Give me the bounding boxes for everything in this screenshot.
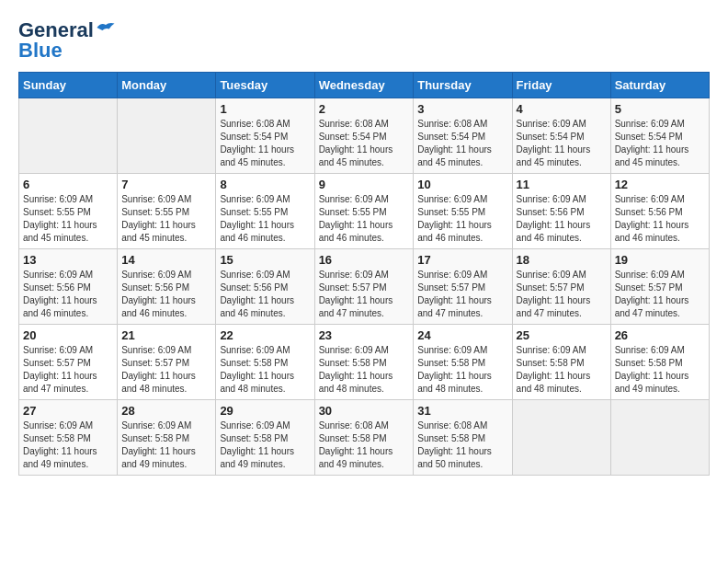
day-info-text: Daylight: 11 hours and 46 minutes. bbox=[417, 219, 507, 245]
day-number: 14 bbox=[121, 253, 211, 267]
day-info-text: Daylight: 11 hours and 47 minutes. bbox=[417, 294, 507, 320]
calendar-week-row: 6Sunrise: 6:09 AMSunset: 5:55 PMDaylight… bbox=[19, 174, 710, 249]
day-number: 3 bbox=[417, 102, 507, 116]
day-info-text: Sunrise: 6:09 AM bbox=[23, 269, 113, 282]
day-info-text: Daylight: 11 hours and 45 minutes. bbox=[121, 219, 211, 245]
day-info-text: Daylight: 11 hours and 49 minutes. bbox=[220, 445, 310, 471]
day-info-text: Daylight: 11 hours and 49 minutes. bbox=[319, 445, 410, 471]
day-number: 19 bbox=[615, 253, 705, 267]
day-number: 15 bbox=[220, 253, 310, 267]
day-number: 25 bbox=[517, 328, 607, 342]
calendar-cell: 18Sunrise: 6:09 AMSunset: 5:57 PMDayligh… bbox=[512, 249, 610, 325]
day-info-text: Daylight: 11 hours and 46 minutes. bbox=[220, 219, 310, 245]
calendar-cell: 21Sunrise: 6:09 AMSunset: 5:57 PMDayligh… bbox=[118, 325, 216, 400]
day-info-text: Sunrise: 6:09 AM bbox=[319, 193, 410, 206]
day-info-text: Sunrise: 6:09 AM bbox=[517, 193, 607, 206]
day-info-text: Daylight: 11 hours and 46 minutes. bbox=[220, 294, 310, 320]
day-info-text: Sunset: 5:56 PM bbox=[121, 282, 211, 294]
calendar-cell: 13Sunrise: 6:09 AMSunset: 5:56 PMDayligh… bbox=[19, 249, 118, 325]
calendar-cell bbox=[610, 400, 709, 476]
weekday-header-sunday: Sunday bbox=[19, 73, 118, 98]
day-info-text: Daylight: 11 hours and 46 minutes. bbox=[517, 219, 607, 245]
day-info-text: Sunrise: 6:09 AM bbox=[121, 269, 211, 282]
day-info-text: Sunset: 5:54 PM bbox=[220, 131, 310, 144]
day-info-text: Sunset: 5:57 PM bbox=[319, 282, 410, 294]
day-number: 4 bbox=[517, 102, 607, 116]
day-number: 8 bbox=[220, 178, 310, 191]
weekday-header-tuesday: Tuesday bbox=[216, 73, 314, 98]
day-info-text: Sunset: 5:55 PM bbox=[319, 206, 410, 219]
day-info-text: Sunrise: 6:08 AM bbox=[417, 419, 507, 432]
day-info-text: Sunset: 5:58 PM bbox=[220, 432, 310, 445]
day-info-text: Sunrise: 6:09 AM bbox=[517, 344, 607, 357]
day-info-text: Sunrise: 6:09 AM bbox=[220, 419, 310, 432]
day-info-text: Daylight: 11 hours and 45 minutes. bbox=[417, 144, 507, 169]
day-info-text: Daylight: 11 hours and 47 minutes. bbox=[319, 294, 410, 320]
day-number: 24 bbox=[417, 328, 507, 342]
day-info-text: Sunset: 5:58 PM bbox=[417, 357, 507, 370]
day-info-text: Daylight: 11 hours and 47 minutes. bbox=[517, 294, 607, 320]
day-info-text: Sunrise: 6:09 AM bbox=[615, 118, 705, 131]
day-number: 28 bbox=[121, 404, 211, 418]
calendar-cell: 15Sunrise: 6:09 AMSunset: 5:56 PMDayligh… bbox=[216, 249, 314, 325]
calendar-cell: 25Sunrise: 6:09 AMSunset: 5:58 PMDayligh… bbox=[512, 325, 610, 400]
calendar-cell: 3Sunrise: 6:08 AMSunset: 5:54 PMDaylight… bbox=[414, 98, 512, 174]
calendar-cell: 30Sunrise: 6:08 AMSunset: 5:58 PMDayligh… bbox=[314, 400, 414, 476]
calendar-cell: 12Sunrise: 6:09 AMSunset: 5:56 PMDayligh… bbox=[610, 174, 709, 249]
calendar-week-row: 27Sunrise: 6:09 AMSunset: 5:58 PMDayligh… bbox=[19, 400, 710, 476]
day-info-text: Daylight: 11 hours and 45 minutes. bbox=[517, 144, 607, 169]
day-info-text: Sunset: 5:58 PM bbox=[220, 357, 310, 370]
day-number: 6 bbox=[23, 178, 113, 191]
weekday-header-thursday: Thursday bbox=[414, 73, 512, 98]
day-info-text: Daylight: 11 hours and 46 minutes. bbox=[615, 219, 705, 245]
day-info-text: Daylight: 11 hours and 49 minutes. bbox=[121, 445, 211, 471]
day-info-text: Sunrise: 6:09 AM bbox=[417, 269, 507, 282]
day-info-text: Sunset: 5:58 PM bbox=[417, 432, 507, 445]
day-info-text: Sunset: 5:56 PM bbox=[517, 206, 607, 219]
day-number: 22 bbox=[220, 328, 310, 342]
day-info-text: Sunset: 5:56 PM bbox=[23, 282, 113, 294]
weekday-header-saturday: Saturday bbox=[610, 73, 709, 98]
day-info-text: Sunrise: 6:09 AM bbox=[121, 344, 211, 357]
day-info-text: Daylight: 11 hours and 48 minutes. bbox=[220, 370, 310, 396]
day-info-text: Sunset: 5:54 PM bbox=[319, 131, 410, 144]
day-info-text: Sunrise: 6:09 AM bbox=[615, 193, 705, 206]
calendar-cell: 19Sunrise: 6:09 AMSunset: 5:57 PMDayligh… bbox=[610, 249, 709, 325]
calendar-cell: 23Sunrise: 6:09 AMSunset: 5:58 PMDayligh… bbox=[314, 325, 414, 400]
calendar-cell: 9Sunrise: 6:09 AMSunset: 5:55 PMDaylight… bbox=[314, 174, 414, 249]
day-info-text: Sunrise: 6:09 AM bbox=[220, 193, 310, 206]
calendar-cell bbox=[512, 400, 610, 476]
day-number: 11 bbox=[517, 178, 607, 191]
day-number: 20 bbox=[23, 328, 113, 342]
day-info-text: Daylight: 11 hours and 45 minutes. bbox=[319, 144, 410, 169]
day-number: 7 bbox=[121, 178, 211, 191]
day-number: 17 bbox=[417, 253, 507, 267]
weekday-header-row: SundayMondayTuesdayWednesdayThursdayFrid… bbox=[19, 73, 710, 98]
day-info-text: Sunset: 5:58 PM bbox=[319, 357, 410, 370]
day-info-text: Daylight: 11 hours and 48 minutes. bbox=[319, 370, 410, 396]
day-info-text: Daylight: 11 hours and 49 minutes. bbox=[23, 445, 113, 471]
day-number: 2 bbox=[319, 102, 410, 116]
calendar-table: SundayMondayTuesdayWednesdayThursdayFrid… bbox=[18, 72, 710, 476]
calendar-cell: 16Sunrise: 6:09 AMSunset: 5:57 PMDayligh… bbox=[314, 249, 414, 325]
day-number: 31 bbox=[417, 404, 507, 418]
day-info-text: Sunset: 5:57 PM bbox=[23, 357, 113, 370]
calendar-cell: 10Sunrise: 6:09 AMSunset: 5:55 PMDayligh… bbox=[414, 174, 512, 249]
day-number: 1 bbox=[220, 102, 310, 116]
day-info-text: Sunrise: 6:09 AM bbox=[319, 344, 410, 357]
day-info-text: Daylight: 11 hours and 48 minutes. bbox=[417, 370, 507, 396]
calendar-week-row: 20Sunrise: 6:09 AMSunset: 5:57 PMDayligh… bbox=[19, 325, 710, 400]
day-info-text: Sunrise: 6:08 AM bbox=[319, 419, 410, 432]
day-info-text: Sunset: 5:55 PM bbox=[23, 206, 113, 219]
day-number: 13 bbox=[23, 253, 113, 267]
day-info-text: Sunset: 5:55 PM bbox=[220, 206, 310, 219]
weekday-header-friday: Friday bbox=[512, 73, 610, 98]
day-info-text: Sunset: 5:54 PM bbox=[417, 131, 507, 144]
logo-blue: Blue bbox=[18, 39, 63, 63]
day-info-text: Daylight: 11 hours and 48 minutes. bbox=[517, 370, 607, 396]
day-info-text: Sunrise: 6:09 AM bbox=[23, 344, 113, 357]
day-info-text: Daylight: 11 hours and 46 minutes. bbox=[23, 294, 113, 320]
day-info-text: Sunrise: 6:09 AM bbox=[23, 419, 113, 432]
calendar-cell: 8Sunrise: 6:09 AMSunset: 5:55 PMDaylight… bbox=[216, 174, 314, 249]
day-info-text: Daylight: 11 hours and 47 minutes. bbox=[615, 294, 705, 320]
